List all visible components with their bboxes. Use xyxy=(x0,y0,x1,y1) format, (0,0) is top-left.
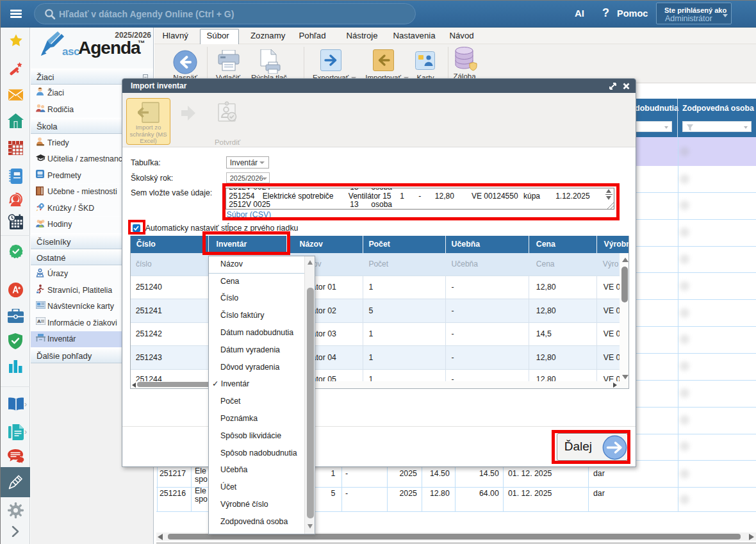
svg-text:A: A xyxy=(37,318,41,324)
